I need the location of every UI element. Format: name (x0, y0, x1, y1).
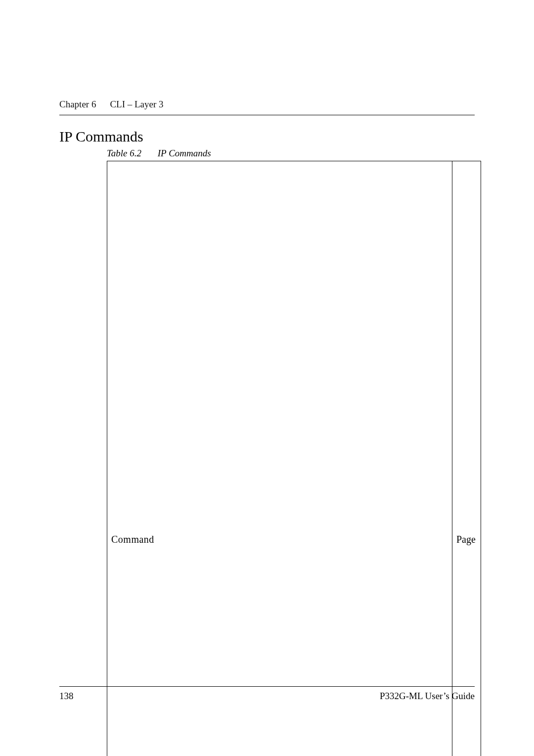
chapter-label: Chapter 6 (59, 99, 96, 110)
doc-title: P332G-ML User’s Guide (380, 691, 475, 702)
table-header-row: Command Page (107, 161, 481, 756)
running-header: Chapter 6 CLI – Layer 3 (59, 99, 475, 115)
page-footer: 138 P332G-ML User’s Guide (59, 686, 475, 702)
table-caption: Table 6.2 IP Commands (107, 148, 475, 159)
page-number: 138 (59, 691, 74, 702)
header-page: Page (452, 161, 481, 756)
table-caption-number: Table 6.2 (107, 148, 141, 158)
table-caption-title: IP Commands (158, 148, 211, 158)
section-title: IP Commands (59, 128, 475, 145)
page: Chapter 6 CLI – Layer 3 IP Commands Tabl… (0, 0, 534, 756)
commands-table: Command Page show ip route139 show ip ro… (107, 161, 481, 756)
header-command: Command (107, 161, 452, 756)
chapter-title: CLI – Layer 3 (110, 99, 163, 110)
